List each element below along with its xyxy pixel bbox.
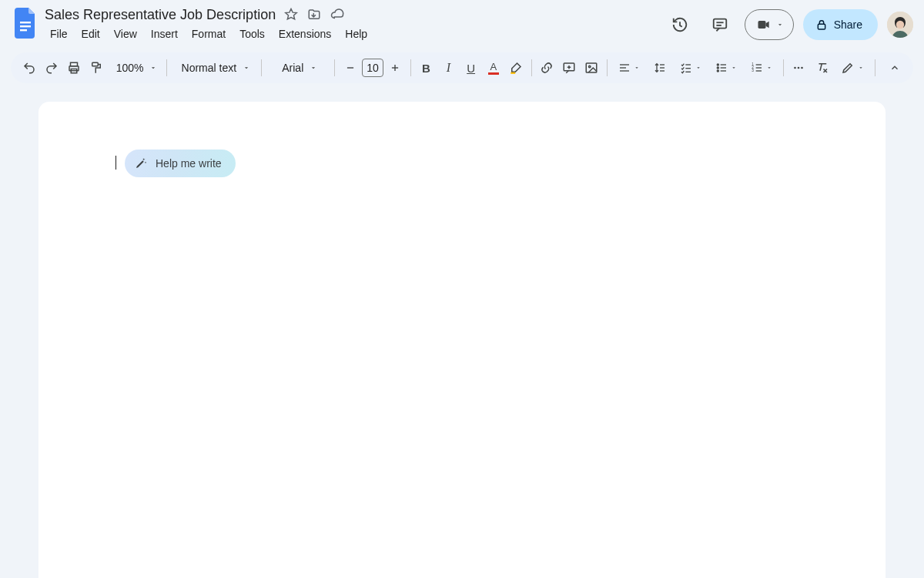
history-icon[interactable] (665, 9, 695, 40)
chevron-down-icon (310, 64, 317, 72)
svg-rect-1 (20, 25, 31, 27)
help-me-write-label: Help me write (156, 157, 222, 170)
chevron-down-icon (695, 65, 701, 71)
menu-bar: File Edit View Insert Format Tools Exten… (45, 23, 665, 43)
separator (783, 59, 784, 76)
account-avatar[interactable] (887, 12, 913, 38)
cloud-status-icon[interactable] (330, 7, 345, 22)
text-cursor (116, 156, 116, 170)
svg-point-33 (717, 67, 718, 69)
font-family-dropdown[interactable]: Arial (266, 56, 330, 79)
separator (166, 59, 167, 76)
add-comment-button[interactable] (559, 56, 580, 79)
chevron-down-icon (766, 65, 772, 71)
chevron-down-icon (149, 64, 157, 72)
svg-point-44 (798, 67, 800, 69)
separator (410, 59, 411, 76)
italic-button[interactable]: I (438, 56, 459, 79)
align-dropdown[interactable] (612, 56, 646, 79)
print-button[interactable] (63, 56, 84, 79)
zoom-value: 100% (116, 62, 144, 74)
numbered-list-dropdown[interactable]: 123 (745, 56, 778, 79)
font-size-input[interactable]: 10 (362, 59, 383, 77)
checklist-dropdown[interactable] (674, 56, 708, 79)
document-page[interactable]: Help me write (38, 102, 886, 578)
separator (261, 59, 262, 76)
lock-icon (815, 18, 828, 31)
chevron-down-icon (243, 64, 250, 72)
separator (531, 59, 532, 76)
underline-button[interactable]: U (460, 56, 481, 79)
document-canvas: Help me write (0, 83, 924, 578)
video-call-button[interactable] (745, 9, 794, 40)
chevron-down-icon (776, 21, 784, 29)
svg-text:3: 3 (752, 69, 754, 72)
zoom-dropdown[interactable]: 100% (109, 56, 162, 79)
menu-extensions[interactable]: Extensions (273, 25, 336, 43)
svg-point-43 (794, 67, 796, 69)
svg-rect-3 (713, 19, 726, 29)
bulleted-list-dropdown[interactable] (709, 56, 743, 79)
font-family-value: Arial (282, 62, 303, 74)
comments-icon[interactable] (705, 9, 735, 40)
menu-file[interactable]: File (45, 25, 73, 43)
svg-point-35 (717, 70, 718, 72)
font-size-value: 10 (367, 62, 379, 74)
font-size-decrease[interactable] (340, 56, 360, 79)
star-icon[interactable] (283, 7, 299, 22)
header: Sales Representative Job Description Fil… (0, 0, 924, 49)
paragraph-style-dropdown[interactable]: Normal text (172, 56, 256, 79)
move-folder-icon[interactable] (306, 7, 322, 22)
svg-rect-13 (92, 62, 99, 66)
collapse-toolbar-button[interactable] (885, 56, 906, 79)
separator (607, 59, 608, 76)
line-spacing-dropdown[interactable] (648, 56, 672, 79)
document-title[interactable]: Sales Representative Job Description (45, 6, 276, 23)
header-right: Share (665, 5, 913, 40)
svg-rect-7 (818, 24, 825, 29)
svg-rect-20 (587, 63, 598, 72)
menu-format[interactable]: Format (186, 25, 231, 43)
docs-logo[interactable] (11, 5, 42, 42)
menu-tools[interactable]: Tools (234, 25, 270, 43)
svg-point-31 (717, 64, 718, 66)
insert-image-button[interactable] (581, 56, 602, 79)
svg-point-45 (801, 67, 803, 69)
menu-insert[interactable]: Insert (146, 25, 183, 43)
share-label: Share (834, 18, 862, 31)
more-options-button[interactable] (788, 56, 809, 79)
menu-help[interactable]: Help (340, 25, 373, 43)
menu-view[interactable]: View (109, 25, 142, 43)
svg-point-9 (896, 21, 904, 29)
font-size-increase[interactable] (385, 56, 406, 79)
bold-button[interactable]: B (416, 56, 437, 79)
insert-link-button[interactable] (536, 56, 557, 79)
magic-pen-icon (134, 156, 148, 170)
svg-rect-2 (20, 29, 27, 31)
svg-rect-0 (20, 22, 31, 23)
highlight-color-button[interactable] (505, 56, 526, 79)
undo-button[interactable] (18, 56, 39, 79)
editing-mode-dropdown[interactable] (835, 56, 870, 79)
paint-format-button[interactable] (85, 56, 106, 79)
chevron-down-icon (634, 65, 640, 71)
toolbar: 100% Normal text Arial 10 B I U A (11, 52, 913, 83)
svg-point-21 (589, 66, 591, 67)
separator (334, 59, 335, 76)
redo-button[interactable] (41, 56, 62, 79)
menu-edit[interactable]: Edit (76, 25, 105, 43)
title-block: Sales Representative Job Description Fil… (42, 5, 665, 43)
svg-rect-6 (758, 21, 765, 29)
share-button[interactable]: Share (803, 9, 878, 40)
clear-formatting-button[interactable] (812, 56, 833, 79)
chevron-down-icon (858, 65, 864, 71)
text-color-button[interactable]: A (483, 56, 504, 79)
paragraph-style-value: Normal text (182, 62, 237, 74)
separator (875, 59, 875, 76)
help-me-write-button[interactable]: Help me write (125, 150, 236, 177)
chevron-down-icon (731, 65, 737, 71)
video-icon (756, 17, 772, 32)
